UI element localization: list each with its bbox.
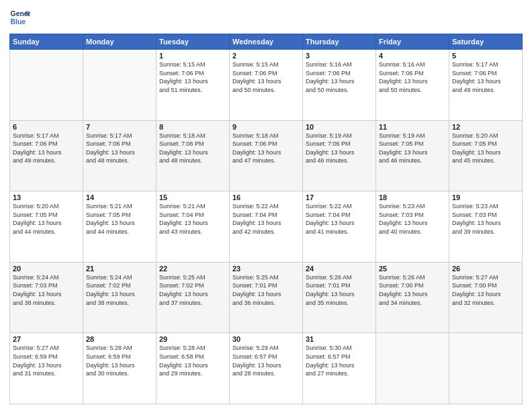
day-number: 18 (379, 193, 446, 201)
day-number: 14 (86, 193, 153, 201)
calendar-table: SundayMondayTuesdayWednesdayThursdayFrid… (9, 34, 523, 404)
day-number: 17 (306, 193, 373, 201)
calendar-cell: 21Sunrise: 5:24 AM Sunset: 7:02 PM Dayli… (83, 262, 157, 333)
day-info: Sunrise: 5:17 AM Sunset: 7:06 PM Dayligh… (13, 132, 80, 165)
calendar-cell: 10Sunrise: 5:19 AM Sunset: 7:06 PM Dayli… (303, 120, 376, 191)
day-number: 29 (159, 335, 226, 343)
day-number: 27 (13, 335, 80, 343)
day-info: Sunrise: 5:18 AM Sunset: 7:06 PM Dayligh… (232, 132, 300, 165)
calendar-cell (376, 333, 449, 404)
weekday-header-saturday: Saturday (449, 34, 523, 50)
weekday-header-tuesday: Tuesday (157, 34, 230, 50)
svg-text:Blue: Blue (11, 18, 26, 26)
day-info: Sunrise: 5:15 AM Sunset: 7:06 PM Dayligh… (159, 60, 226, 94)
day-info: Sunrise: 5:26 AM Sunset: 7:01 PM Dayligh… (306, 273, 373, 307)
day-number: 13 (13, 193, 80, 201)
day-info: Sunrise: 5:22 AM Sunset: 7:04 PM Dayligh… (232, 202, 300, 236)
calendar-cell: 31Sunrise: 5:30 AM Sunset: 6:57 PM Dayli… (303, 333, 376, 404)
logo-icon: General Blue (9, 7, 31, 28)
day-info: Sunrise: 5:27 AM Sunset: 7:00 PM Dayligh… (452, 273, 519, 307)
day-info: Sunrise: 5:23 AM Sunset: 7:03 PM Dayligh… (452, 202, 519, 236)
day-info: Sunrise: 5:16 AM Sunset: 7:06 PM Dayligh… (306, 60, 373, 94)
calendar-cell: 20Sunrise: 5:24 AM Sunset: 7:03 PM Dayli… (10, 262, 83, 333)
weekday-header-wednesday: Wednesday (230, 34, 303, 50)
day-info: Sunrise: 5:20 AM Sunset: 7:05 PM Dayligh… (452, 132, 519, 165)
logo: General Blue (9, 7, 31, 28)
day-info: Sunrise: 5:19 AM Sunset: 7:05 PM Dayligh… (379, 132, 446, 165)
calendar-body: 1Sunrise: 5:15 AM Sunset: 7:06 PM Daylig… (10, 50, 523, 404)
day-info: Sunrise: 5:20 AM Sunset: 7:05 PM Dayligh… (13, 202, 80, 236)
calendar-cell: 27Sunrise: 5:27 AM Sunset: 6:59 PM Dayli… (10, 333, 83, 404)
calendar-cell: 26Sunrise: 5:27 AM Sunset: 7:00 PM Dayli… (449, 262, 523, 333)
day-info: Sunrise: 5:26 AM Sunset: 7:00 PM Dayligh… (379, 273, 446, 307)
day-number: 12 (452, 123, 519, 131)
calendar-cell (10, 50, 83, 121)
day-info: Sunrise: 5:17 AM Sunset: 7:06 PM Dayligh… (86, 132, 153, 165)
weekday-header-friday: Friday (376, 34, 449, 50)
day-info: Sunrise: 5:28 AM Sunset: 6:58 PM Dayligh… (159, 344, 226, 377)
calendar-cell: 29Sunrise: 5:28 AM Sunset: 6:58 PM Dayli… (157, 333, 230, 404)
calendar-cell: 8Sunrise: 5:18 AM Sunset: 7:06 PM Daylig… (157, 120, 230, 191)
calendar-cell: 25Sunrise: 5:26 AM Sunset: 7:00 PM Dayli… (376, 262, 449, 333)
day-number: 20 (13, 265, 80, 273)
day-info: Sunrise: 5:25 AM Sunset: 7:01 PM Dayligh… (232, 273, 300, 307)
day-info: Sunrise: 5:23 AM Sunset: 7:03 PM Dayligh… (379, 202, 446, 236)
calendar-week-row: 13Sunrise: 5:20 AM Sunset: 7:05 PM Dayli… (10, 191, 523, 263)
day-number: 6 (13, 123, 80, 131)
page-header: General Blue (9, 7, 523, 28)
weekday-header-monday: Monday (83, 34, 157, 50)
day-info: Sunrise: 5:25 AM Sunset: 7:02 PM Dayligh… (159, 273, 226, 307)
day-number: 7 (86, 123, 153, 131)
calendar-cell: 30Sunrise: 5:29 AM Sunset: 6:57 PM Dayli… (230, 333, 303, 404)
day-number: 2 (232, 52, 300, 60)
calendar-week-row: 6Sunrise: 5:17 AM Sunset: 7:06 PM Daylig… (10, 120, 523, 191)
day-number: 23 (232, 265, 300, 273)
calendar-week-row: 27Sunrise: 5:27 AM Sunset: 6:59 PM Dayli… (10, 333, 523, 404)
day-number: 16 (232, 193, 300, 201)
day-number: 5 (452, 52, 519, 60)
calendar-cell: 4Sunrise: 5:16 AM Sunset: 7:06 PM Daylig… (376, 50, 449, 121)
day-number: 26 (452, 265, 519, 273)
calendar-cell: 17Sunrise: 5:22 AM Sunset: 7:04 PM Dayli… (303, 191, 376, 263)
day-number: 22 (159, 265, 226, 273)
calendar-header-row: SundayMondayTuesdayWednesdayThursdayFrid… (10, 34, 523, 50)
calendar-cell: 22Sunrise: 5:25 AM Sunset: 7:02 PM Dayli… (157, 262, 230, 333)
calendar-cell: 19Sunrise: 5:23 AM Sunset: 7:03 PM Dayli… (449, 191, 523, 263)
calendar-cell: 7Sunrise: 5:17 AM Sunset: 7:06 PM Daylig… (83, 120, 157, 191)
calendar-cell: 14Sunrise: 5:21 AM Sunset: 7:05 PM Dayli… (83, 191, 157, 263)
calendar-cell: 3Sunrise: 5:16 AM Sunset: 7:06 PM Daylig… (303, 50, 376, 121)
day-number: 9 (232, 123, 300, 131)
day-info: Sunrise: 5:22 AM Sunset: 7:04 PM Dayligh… (306, 202, 373, 236)
calendar-cell: 5Sunrise: 5:17 AM Sunset: 7:06 PM Daylig… (449, 50, 523, 121)
day-info: Sunrise: 5:29 AM Sunset: 6:57 PM Dayligh… (232, 344, 300, 377)
day-number: 3 (306, 52, 373, 60)
calendar-cell: 9Sunrise: 5:18 AM Sunset: 7:06 PM Daylig… (230, 120, 303, 191)
calendar-cell (449, 333, 523, 404)
day-info: Sunrise: 5:16 AM Sunset: 7:06 PM Dayligh… (379, 60, 446, 94)
day-info: Sunrise: 5:17 AM Sunset: 7:06 PM Dayligh… (452, 60, 519, 94)
calendar-cell: 2Sunrise: 5:15 AM Sunset: 7:06 PM Daylig… (230, 50, 303, 121)
day-number: 30 (232, 335, 300, 343)
day-info: Sunrise: 5:21 AM Sunset: 7:05 PM Dayligh… (86, 202, 153, 236)
day-info: Sunrise: 5:24 AM Sunset: 7:02 PM Dayligh… (86, 273, 153, 307)
calendar-cell: 28Sunrise: 5:28 AM Sunset: 6:59 PM Dayli… (83, 333, 157, 404)
weekday-header-sunday: Sunday (10, 34, 83, 50)
calendar-week-row: 1Sunrise: 5:15 AM Sunset: 7:06 PM Daylig… (10, 50, 523, 121)
day-info: Sunrise: 5:24 AM Sunset: 7:03 PM Dayligh… (13, 273, 80, 307)
calendar-cell: 11Sunrise: 5:19 AM Sunset: 7:05 PM Dayli… (376, 120, 449, 191)
day-info: Sunrise: 5:18 AM Sunset: 7:06 PM Dayligh… (159, 132, 226, 165)
calendar-cell: 16Sunrise: 5:22 AM Sunset: 7:04 PM Dayli… (230, 191, 303, 263)
calendar-cell: 12Sunrise: 5:20 AM Sunset: 7:05 PM Dayli… (449, 120, 523, 191)
calendar-cell: 18Sunrise: 5:23 AM Sunset: 7:03 PM Dayli… (376, 191, 449, 263)
day-number: 10 (306, 123, 373, 131)
day-number: 24 (306, 265, 373, 273)
calendar-week-row: 20Sunrise: 5:24 AM Sunset: 7:03 PM Dayli… (10, 262, 523, 333)
day-number: 1 (159, 52, 226, 60)
day-info: Sunrise: 5:30 AM Sunset: 6:57 PM Dayligh… (306, 344, 373, 377)
day-info: Sunrise: 5:15 AM Sunset: 7:06 PM Dayligh… (232, 60, 300, 94)
calendar-cell: 1Sunrise: 5:15 AM Sunset: 7:06 PM Daylig… (157, 50, 230, 121)
day-number: 28 (86, 335, 153, 343)
calendar-cell: 15Sunrise: 5:21 AM Sunset: 7:04 PM Dayli… (157, 191, 230, 263)
calendar-cell (83, 50, 157, 121)
day-number: 21 (86, 265, 153, 273)
